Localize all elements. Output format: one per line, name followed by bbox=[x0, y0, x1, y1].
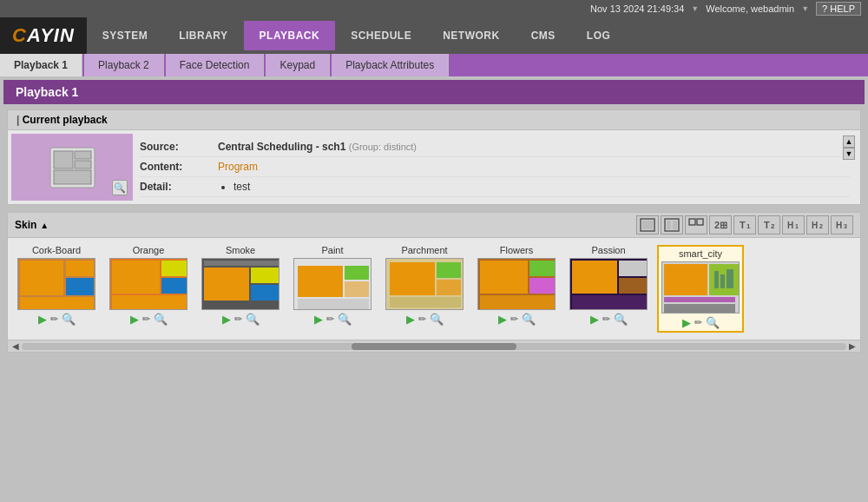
skin-actions-smart-city: ▶ ✏ 🔍 bbox=[682, 316, 720, 329]
logo-text: CAYIN bbox=[12, 24, 75, 47]
skin-item-passion: Passion ▶ ✏ 🔍 bbox=[565, 245, 652, 326]
svg-rect-10 bbox=[689, 219, 695, 225]
zoom-btn-passion[interactable]: 🔍 bbox=[614, 313, 628, 326]
svg-text:H: H bbox=[787, 221, 793, 230]
toolbar-btn-h2[interactable]: H2 bbox=[806, 215, 829, 234]
skin-section: Skin ▲ 2⊞ T1 T2 bbox=[7, 212, 861, 353]
subnav-keypad[interactable]: Keypad bbox=[266, 54, 330, 76]
skin-thumb-smart-city bbox=[661, 261, 740, 314]
nav-cms[interactable]: CMS bbox=[516, 21, 571, 50]
skin-thumb-smoke bbox=[201, 258, 279, 310]
play-btn-smoke[interactable]: ▶ bbox=[222, 313, 231, 326]
nav-log[interactable]: LOG bbox=[571, 21, 627, 50]
detail-list: test bbox=[233, 181, 850, 193]
skin-thumbnails: Cork-Board ▶ ✏ 🔍 Orange bbox=[8, 238, 860, 340]
zoom-btn-smoke[interactable]: 🔍 bbox=[246, 313, 260, 326]
zoom-btn-orange[interactable]: 🔍 bbox=[154, 313, 168, 326]
play-btn-smart-city[interactable]: ▶ bbox=[682, 316, 691, 329]
svg-text:H: H bbox=[836, 221, 842, 230]
toolbar-btn-t2[interactable]: T2 bbox=[758, 215, 780, 234]
zoom-btn-parchment[interactable]: 🔍 bbox=[430, 313, 444, 326]
play-btn-passion[interactable]: ▶ bbox=[590, 313, 599, 326]
toolbar-btn-h1[interactable]: H1 bbox=[782, 215, 805, 234]
toolbar-btn-4[interactable]: 2⊞ bbox=[709, 215, 732, 234]
play-btn-flowers[interactable]: ▶ bbox=[498, 313, 507, 326]
skin-name-flowers: Flowers bbox=[500, 245, 534, 255]
edit-btn-flowers[interactable]: ✏ bbox=[510, 314, 518, 325]
skin-actions-smoke: ▶ ✏ 🔍 bbox=[222, 313, 260, 326]
zoom-btn-smart-city[interactable]: 🔍 bbox=[706, 316, 720, 329]
play-btn-parchment[interactable]: ▶ bbox=[406, 313, 415, 326]
nav-system[interactable]: SYSTEM bbox=[87, 21, 163, 50]
skin-actions-parchment: ▶ ✏ 🔍 bbox=[406, 313, 444, 326]
svg-rect-46 bbox=[437, 280, 461, 295]
nav-schedule[interactable]: SCHEDULE bbox=[335, 21, 427, 50]
svg-rect-55 bbox=[619, 261, 647, 276]
nav-library[interactable]: LIBRARY bbox=[163, 21, 243, 50]
help-button[interactable]: ? HELP bbox=[816, 2, 861, 16]
svg-rect-31 bbox=[161, 278, 187, 294]
toolbar-btn-3[interactable] bbox=[685, 215, 707, 234]
magnify-icon[interactable]: 🔍 bbox=[112, 180, 128, 195]
subnav-playback1[interactable]: Playback 1 bbox=[0, 54, 82, 76]
svg-rect-40 bbox=[345, 266, 369, 280]
skin-collapse-arrow[interactable]: ▲ bbox=[40, 221, 49, 230]
section-title-playback: Current playback bbox=[8, 110, 860, 130]
skin-thumb-cork-board bbox=[17, 258, 95, 310]
skin-title-text: Skin bbox=[15, 219, 36, 231]
scroll-right-btn[interactable]: ▶ bbox=[846, 340, 858, 353]
subnav-face-detection[interactable]: Face Detection bbox=[166, 54, 265, 76]
scroll-down-arrow[interactable]: ▼ bbox=[843, 148, 855, 160]
play-btn-paint[interactable]: ▶ bbox=[314, 313, 323, 326]
edit-btn-passion[interactable]: ✏ bbox=[602, 314, 610, 325]
skin-name-smart-city: smart_city bbox=[679, 248, 722, 259]
scrollbar-thumb[interactable] bbox=[352, 343, 516, 350]
toolbar-btn-h3[interactable]: H3 bbox=[831, 215, 853, 234]
svg-rect-25 bbox=[66, 261, 94, 276]
svg-text:1: 1 bbox=[746, 222, 751, 230]
nav-playback[interactable]: PLAYBACK bbox=[244, 21, 336, 50]
toolbar-btn-2[interactable] bbox=[661, 215, 683, 234]
edit-btn-smoke[interactable]: ✏ bbox=[234, 314, 242, 325]
skin-name-passion: Passion bbox=[591, 245, 625, 255]
playback-details: ▲ ▼ Source: Central Scheduling - sch1 (G… bbox=[133, 134, 857, 201]
edit-btn-parchment[interactable]: ✏ bbox=[418, 314, 426, 325]
svg-text:H: H bbox=[812, 221, 818, 230]
nav-items: SYSTEM LIBRARY PLAYBACK SCHEDULE NETWORK… bbox=[87, 21, 868, 50]
datetime-dropdown[interactable]: ▼ bbox=[691, 4, 699, 13]
zoom-btn-cork-board[interactable]: 🔍 bbox=[62, 313, 76, 326]
toolbar-btn-1[interactable] bbox=[636, 215, 659, 234]
svg-rect-30 bbox=[161, 261, 187, 276]
subnav-playback2[interactable]: Playback 2 bbox=[84, 54, 164, 76]
svg-text:2: 2 bbox=[819, 223, 823, 229]
skin-name-orange: Orange bbox=[133, 245, 165, 255]
edit-btn-smart-city[interactable]: ✏ bbox=[694, 317, 702, 328]
svg-text:1: 1 bbox=[795, 223, 799, 229]
scrollbar-track[interactable] bbox=[22, 343, 846, 350]
nav-network[interactable]: NETWORK bbox=[427, 21, 516, 50]
svg-rect-8 bbox=[667, 221, 671, 229]
subnav-playback-attributes[interactable]: Playback Attributes bbox=[332, 54, 449, 76]
content-value: Program bbox=[218, 161, 850, 173]
edit-btn-cork-board[interactable]: ✏ bbox=[50, 314, 58, 325]
scroll-up-arrow[interactable]: ▲ bbox=[843, 135, 855, 148]
zoom-btn-flowers[interactable]: 🔍 bbox=[522, 313, 536, 326]
skin-item-flowers: Flowers ▶ ✏ 🔍 bbox=[473, 245, 560, 326]
svg-rect-11 bbox=[697, 219, 703, 225]
main-nav: CAYIN SYSTEM LIBRARY PLAYBACK SCHEDULE N… bbox=[0, 17, 868, 54]
skin-thumb-parchment bbox=[385, 258, 464, 310]
zoom-btn-paint[interactable]: 🔍 bbox=[338, 313, 352, 326]
toolbar-btn-t1[interactable]: T1 bbox=[733, 215, 756, 234]
svg-rect-56 bbox=[619, 278, 647, 294]
welcome-dropdown[interactable]: ▼ bbox=[801, 4, 809, 13]
edit-btn-paint[interactable]: ✏ bbox=[326, 314, 334, 325]
play-btn-cork-board[interactable]: ▶ bbox=[38, 313, 47, 326]
edit-btn-orange[interactable]: ✏ bbox=[142, 314, 150, 325]
play-btn-orange[interactable]: ▶ bbox=[130, 313, 139, 326]
svg-rect-32 bbox=[112, 295, 187, 309]
skin-title: Skin ▲ bbox=[15, 219, 49, 231]
svg-rect-62 bbox=[664, 304, 735, 313]
detail-label: Detail: bbox=[140, 181, 218, 193]
skin-item-parchment: Parchment ▶ ✏ 🔍 bbox=[381, 245, 468, 326]
scroll-left-btn[interactable]: ◀ bbox=[10, 340, 22, 353]
